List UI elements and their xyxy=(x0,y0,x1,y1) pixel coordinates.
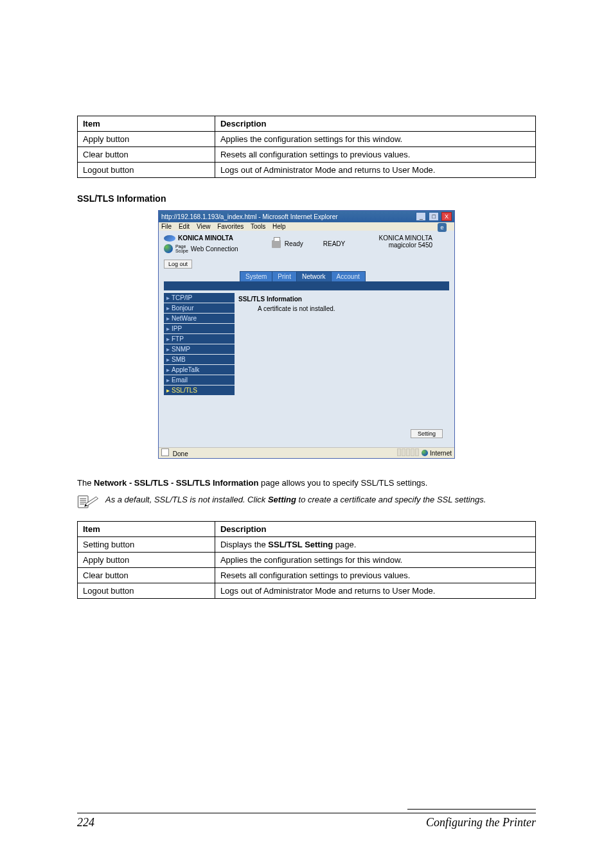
model-box: KONICA MINOLTA magicolor 5450 xyxy=(378,235,432,253)
sidenav-smb[interactable]: ▸SMB xyxy=(164,355,235,365)
tab-print[interactable]: Print xyxy=(272,271,297,282)
table-row: Logout button Logs out of Administrator … xyxy=(78,163,536,178)
menu-edit[interactable]: Edit xyxy=(179,223,190,230)
sidenav-ssltls[interactable]: ▸SSL/TLS xyxy=(164,385,235,396)
menu-file[interactable]: File xyxy=(161,223,172,230)
brand-earth-icon xyxy=(164,244,173,253)
bottom-table: Item Description Setting button Displays… xyxy=(77,521,536,599)
th-item: Item xyxy=(78,116,215,132)
sidenav-bonjour[interactable]: ▸Bonjour xyxy=(164,303,235,314)
top-table: Item Description Apply button Applies th… xyxy=(77,116,536,178)
globe-icon xyxy=(422,450,428,456)
side-nav: ▸TCP/IP ▸Bonjour ▸NetWare ▸IPP ▸FTP ▸SNM… xyxy=(164,293,235,425)
table-row: Clear button Resets all configuration se… xyxy=(78,568,536,583)
page-footer: 224 Configuring the Printer xyxy=(77,813,536,829)
ie-logo-icon: e xyxy=(438,223,447,232)
status-zone-text: Internet xyxy=(430,450,452,457)
sidenav-appletalk[interactable]: ▸AppleTalk xyxy=(164,365,235,375)
status-ready-small: Ready xyxy=(285,240,303,247)
intro-paragraph: The Network - SSL/TLS - SSL/TLS Informat… xyxy=(77,478,536,488)
table-row: Setting button Displays the SSL/TSL Sett… xyxy=(78,537,536,553)
content-pane: SSL/TLS Information A certificate is not… xyxy=(235,290,449,425)
window-close-icon[interactable]: X xyxy=(441,212,452,221)
brand-box: KONICA MINOLTA Page Scope Web Connection xyxy=(164,235,238,253)
status-ready-big: READY xyxy=(323,240,345,247)
done-icon xyxy=(161,448,169,456)
th-desc: Description xyxy=(215,522,535,537)
tab-system[interactable]: System xyxy=(240,271,272,282)
note-text: As a default, SSL/TLS is not installed. … xyxy=(105,494,486,506)
printer-icon xyxy=(272,240,281,248)
sidenav-tcpip[interactable]: ▸TCP/IP xyxy=(164,293,235,303)
menu-help[interactable]: Help xyxy=(272,223,286,230)
sidenav-email[interactable]: ▸Email xyxy=(164,375,235,385)
status-separator xyxy=(397,448,420,457)
menu-favorites[interactable]: Favorites xyxy=(217,223,244,230)
status-done-text: Done xyxy=(173,450,188,457)
th-desc: Description xyxy=(215,116,535,132)
ie-title-text: http://192.168.1.193/a_index.html - Micr… xyxy=(161,213,338,220)
brand2-text: Web Connection xyxy=(191,245,238,252)
ie-titlebar: http://192.168.1.193/a_index.html - Micr… xyxy=(159,211,454,222)
menu-view[interactable]: View xyxy=(197,223,211,230)
footer-title: Configuring the Printer xyxy=(426,816,536,829)
window-min-icon[interactable]: _ xyxy=(416,212,426,221)
sidenav-ftp[interactable]: ▸FTP xyxy=(164,334,235,344)
status-box: Ready READY xyxy=(272,235,345,253)
table-row: Logout button Logs out of Administrator … xyxy=(78,583,536,599)
tab-network[interactable]: Network xyxy=(296,271,332,282)
menu-tools[interactable]: Tools xyxy=(251,223,265,230)
setting-button[interactable]: Setting xyxy=(411,429,443,438)
page-number: 224 xyxy=(77,816,94,829)
sidenav-ipp[interactable]: ▸IPP xyxy=(164,324,235,334)
sidenav-snmp[interactable]: ▸SNMP xyxy=(164,344,235,355)
brand-oval-icon xyxy=(164,235,175,242)
tabs: System Print Network Account xyxy=(240,271,449,282)
table-row: Apply button Applies the configuration s… xyxy=(78,553,536,568)
logout-button[interactable]: Log out xyxy=(164,260,192,269)
note-row: As a default, SSL/TLS is not installed. … xyxy=(77,494,536,509)
table-row: Clear button Resets all configuration se… xyxy=(78,147,536,163)
content-msg: A certificate is not installed. xyxy=(258,305,445,312)
section-heading: SSL/TLS Information xyxy=(77,193,536,204)
content-title: SSL/TLS Information xyxy=(238,296,445,303)
ie-menubar: e File Edit View Favorites Tools Help xyxy=(159,222,454,231)
table-row: Apply button Applies the configuration s… xyxy=(78,132,536,147)
brand-text: KONICA MINOLTA xyxy=(178,235,233,242)
th-item: Item xyxy=(78,522,215,537)
sidenav-netware[interactable]: ▸NetWare xyxy=(164,314,235,324)
ie-status-bar: Done Internet xyxy=(159,447,454,458)
note-icon xyxy=(77,494,99,509)
tab-account[interactable]: Account xyxy=(331,271,366,282)
ie-window: http://192.168.1.193/a_index.html - Micr… xyxy=(158,210,455,459)
window-max-icon[interactable]: □ xyxy=(429,212,439,221)
